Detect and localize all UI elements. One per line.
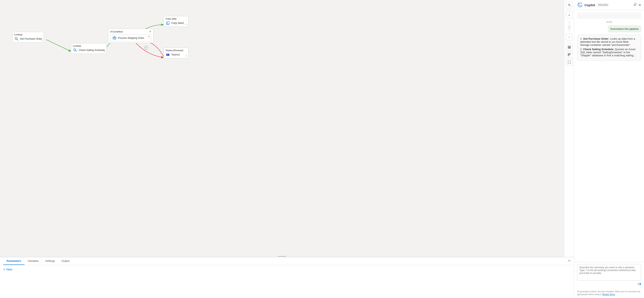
check-sailing-check-icon: ✓ [104, 50, 106, 53]
teams-icon: T [166, 52, 170, 57]
if-condition-container[interactable]: If Condition ⤢ Process Shipping Order [108, 29, 154, 43]
copilot-send-btn[interactable] [638, 282, 641, 287]
svg-line-17 [570, 5, 570, 6]
svg-point-0 [144, 46, 148, 49]
process-shipping-icon [112, 36, 117, 40]
svg-rect-22 [568, 53, 569, 54]
response-title-1: Get Purchase Order [583, 37, 608, 40]
lookup-icon-get-purchase [14, 37, 19, 41]
copy-data-check-icon: ✓ [185, 23, 187, 26]
pipeline-canvas[interactable]: + Lookup Get Purchase Order ✓ Lookup [0, 0, 574, 257]
response-item-1: 1. Get Purchase Order: Looks up data fro… [580, 37, 638, 46]
tab-variables[interactable]: Variables [24, 257, 42, 265]
copilot-preview-badge: PREVIEW [597, 3, 609, 6]
copilot-input-footer [577, 282, 641, 287]
copilot-response: 1. Get Purchase Order: Looks up data fro… [577, 34, 641, 61]
search-toolbar-btn[interactable] [566, 2, 572, 8]
message-timestamp: 22:50 [577, 21, 641, 23]
node-get-purchase-label: Get Purchase Order [20, 37, 42, 40]
canvas-toolbar: + − [564, 0, 574, 257]
copilot-logo-icon [577, 2, 583, 8]
tab-output[interactable]: Output [58, 257, 73, 265]
node-check-sailing-header: Lookup [73, 45, 105, 47]
expand-btn[interactable] [566, 59, 572, 65]
svg-rect-19 [570, 46, 570, 47]
fit-screen-btn[interactable] [566, 44, 572, 51]
svg-rect-13 [167, 21, 169, 24]
new-btn-label: New [6, 268, 12, 271]
copilot-close-btn[interactable]: ✕ [638, 3, 641, 7]
copilot-input[interactable] [577, 264, 641, 281]
svg-line-5 [76, 51, 76, 52]
zoom-in-btn[interactable]: + [566, 12, 572, 18]
lookup-icon-check-sailing [73, 48, 78, 52]
copy-data-icon [166, 21, 170, 25]
bottom-tabs-bar: Parameters Variables Settings Output [0, 257, 574, 265]
tab-settings[interactable]: Settings [42, 257, 58, 265]
node-copy-data[interactable]: Copy data Copy data2 ✓ [164, 16, 188, 27]
svg-line-3 [17, 39, 18, 40]
copy-data-header: Copy data [166, 17, 186, 20]
teams-check-icon: ✓ [185, 54, 187, 57]
new-plus-icon: + [3, 268, 5, 271]
copilot-title: Copilot [584, 3, 595, 7]
if-condition-header: If Condition ⤢ [110, 30, 151, 33]
zoom-out-btn[interactable]: − [566, 34, 572, 40]
copilot-panel: Copilot PREVIEW ✕ 22:50 Summarize this p… [574, 0, 644, 298]
previous-messages-placeholder [577, 12, 641, 19]
get-purchase-check-icon: ✓ [41, 39, 43, 41]
if-expand-icon[interactable]: ⤢ [149, 30, 151, 33]
copilot-input-area [574, 262, 644, 289]
copilot-header-actions: ✕ [634, 3, 641, 7]
teams-header: Teams (Preview) [166, 49, 186, 52]
svg-rect-18 [568, 46, 569, 47]
node-get-purchase-header: Lookup [14, 33, 42, 36]
node-teams[interactable]: Teams (Preview) T Teams1 ✓ [164, 48, 188, 58]
copilot-header: Copilot PREVIEW ✕ [574, 0, 644, 10]
panel-collapse-btn[interactable] [568, 259, 571, 263]
teams-label: Teams1 [171, 53, 180, 56]
svg-rect-23 [570, 53, 570, 54]
svg-rect-21 [570, 47, 570, 48]
toolbar-divider-2 [567, 42, 572, 42]
node-get-purchase-order[interactable]: Lookup Get Purchase Order ✓ [12, 32, 44, 42]
svg-rect-20 [568, 47, 569, 48]
resize-handle-bar [278, 256, 286, 257]
process-shipping-label: Process Shipping Order [118, 37, 144, 39]
zoom-track [569, 20, 570, 32]
node-check-sailing-label: Check Sailing Schedule [79, 49, 105, 52]
bottom-panel: Parameters Variables Settings Output + N… [0, 257, 574, 298]
if-condition-title: If Condition [110, 30, 123, 33]
connection-lines: + [0, 0, 574, 257]
copilot-pin-btn[interactable] [634, 3, 637, 7]
copy-data-label: Copy data2 [171, 21, 184, 24]
svg-text:T: T [167, 54, 168, 56]
response-item-2: 2. Check Sailing Schedule: Queries an Az… [580, 48, 638, 57]
panel-resize-handle[interactable] [0, 256, 564, 257]
tab-parameters[interactable]: Parameters [3, 257, 24, 265]
node-check-sailing-schedule[interactable]: Lookup Check Sailing Schedule ✓ [71, 43, 107, 54]
response-title-2: Check Sailing Schedule [583, 48, 613, 51]
process-shipping-x-icon: ✕ [148, 35, 150, 38]
user-message-bubble: Summarize this pipeline [608, 25, 641, 32]
svg-rect-24 [568, 55, 569, 56]
group-btn[interactable] [566, 51, 572, 58]
review-terms-link[interactable]: Review Terms [602, 293, 615, 296]
response-num-2: 2. [580, 48, 583, 51]
copilot-messages-area[interactable]: 22:50 Summarize this pipeline 1. Get Pur… [574, 10, 644, 262]
svg-text:+: + [145, 46, 147, 49]
response-num-1: 1. [580, 37, 583, 40]
new-parameter-btn[interactable]: + New [3, 268, 12, 271]
bottom-panel-content: + New [0, 265, 574, 274]
zoom-thumb[interactable] [568, 26, 570, 28]
copilot-disclaimer: AI-generated content can have mistakes. … [574, 289, 644, 298]
